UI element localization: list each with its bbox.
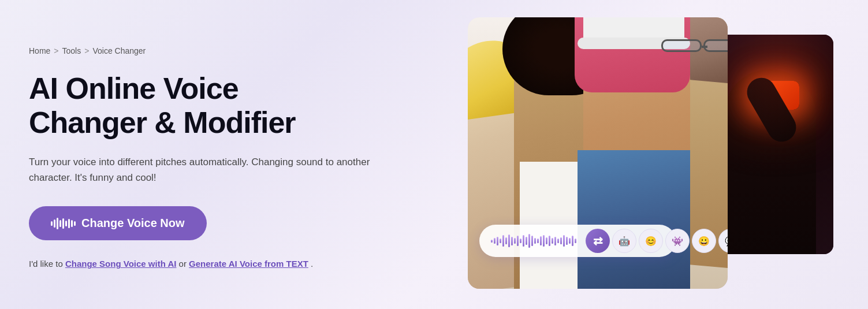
- left-content: Home > Tools > Voice Changer AI Online V…: [29, 40, 468, 269]
- breadcrumb-tools[interactable]: Tools: [62, 46, 81, 55]
- change-voice-button[interactable]: Change Voice Now: [29, 206, 207, 240]
- chat-icon: 💬: [725, 236, 728, 247]
- smile-icon: 😀: [698, 236, 710, 247]
- face-icon: 😊: [645, 236, 657, 247]
- page-wrapper: Home > Tools > Voice Changer AI Online V…: [0, 0, 868, 309]
- bottom-prefix: I'd like to: [29, 259, 65, 269]
- waveform-display: [484, 234, 583, 248]
- swap-button[interactable]: ⇄: [586, 229, 610, 253]
- change-song-link[interactable]: Change Song Voice with AI: [65, 259, 177, 269]
- main-hero-image: ⇄ 🤖 😊 👾 😀 💬: [468, 17, 728, 289]
- breadcrumb: Home > Tools > Voice Changer: [29, 46, 468, 55]
- breadcrumb-sep1: >: [54, 46, 58, 55]
- cta-button-label: Change Voice Now: [81, 217, 185, 230]
- smile-effect-button[interactable]: 😀: [692, 229, 716, 253]
- toolbar: ⇄ 🤖 😊 👾 😀 💬: [479, 225, 676, 257]
- robot-effect-button[interactable]: 🤖: [612, 229, 636, 253]
- bottom-suffix: .: [311, 259, 313, 269]
- page-title: AI Online Voice Changer & Modifier: [29, 72, 468, 141]
- alien-effect-button[interactable]: 👾: [665, 229, 690, 253]
- alien-icon: 👾: [672, 236, 683, 247]
- bottom-mid: or: [179, 259, 189, 269]
- robot-icon: 🤖: [619, 236, 630, 247]
- bottom-links-area: I'd like to Change Song Voice with AI or…: [29, 259, 468, 269]
- breadcrumb-sep2: >: [84, 46, 89, 55]
- breadcrumb-home[interactable]: Home: [29, 46, 50, 55]
- hero-subtitle: Turn your voice into different pitches a…: [29, 154, 387, 185]
- right-content: ⇄ 🤖 😊 👾 😀 💬: [468, 0, 839, 309]
- face-effect-button[interactable]: 😊: [639, 229, 663, 253]
- cta-waveform-icon: [51, 217, 76, 230]
- swap-icon: ⇄: [593, 234, 603, 248]
- breadcrumb-current: Voice Changer: [92, 46, 146, 55]
- generate-voice-link[interactable]: Generate AI Voice from TEXT: [189, 259, 308, 269]
